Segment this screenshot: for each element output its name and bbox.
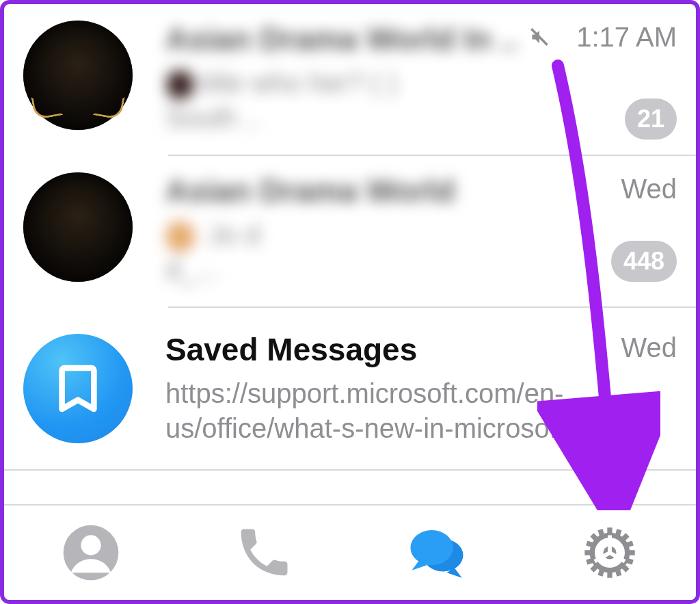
svg-line-22 [625, 543, 632, 545]
chat-body: Asian Drama World Wed Jo d d_... [165, 172, 677, 287]
saved-messages-avatar [23, 334, 133, 443]
svg-point-4 [410, 530, 453, 565]
svg-line-12 [622, 565, 628, 570]
chats-icon [407, 523, 467, 583]
svg-line-16 [617, 569, 619, 576]
person-icon [61, 523, 121, 583]
chat-time: Wed [621, 331, 677, 363]
chat-title: Saved Messages [165, 331, 417, 368]
chat-row-saved-messages[interactable]: Saved Messages Wed https://support.micro… [4, 308, 696, 469]
chat-preview: title who her? ( ) South .. [165, 66, 603, 135]
unread-badge: 448 [611, 241, 677, 282]
muted-icon [530, 27, 549, 47]
svg-line-18 [625, 560, 632, 562]
chat-time: Wed [621, 172, 677, 205]
svg-line-20 [600, 569, 602, 576]
chat-body: Saved Messages Wed https://support.micro… [165, 331, 677, 446]
tab-bar [4, 504, 696, 600]
svg-line-11 [591, 535, 597, 540]
svg-point-2 [81, 535, 100, 555]
avatar [23, 21, 133, 130]
chat-time: 1:17 AM [576, 21, 677, 53]
tab-calls[interactable] [231, 520, 297, 586]
bookmark-icon [51, 359, 105, 418]
svg-line-21 [587, 560, 593, 562]
svg-line-13 [591, 565, 597, 570]
chat-title: Asian Drama World [165, 172, 455, 209]
tab-contacts[interactable] [58, 520, 124, 586]
chat-body: Asian Drama World In .. 1:17 AM title wh… [165, 21, 677, 135]
tab-chats[interactable] [404, 520, 470, 586]
phone-icon [234, 523, 294, 583]
gear-icon [580, 523, 640, 583]
avatar [23, 172, 133, 282]
chat-list: Asian Drama World In .. 1:17 AM title wh… [4, 4, 696, 471]
chat-row[interactable]: Asian Drama World In .. 1:17 AM title wh… [4, 4, 696, 156]
tab-settings[interactable] [577, 520, 643, 586]
chat-preview: Jo d d_... [165, 218, 603, 287]
chat-title: Asian Drama World In .. [165, 21, 517, 57]
app-frame: Asian Drama World In .. 1:17 AM title wh… [0, 0, 700, 604]
svg-line-19 [617, 529, 619, 536]
chat-preview: https://support.microsoft.com/en-us/offi… [165, 376, 658, 446]
svg-line-14 [622, 535, 628, 540]
svg-line-15 [600, 529, 602, 536]
svg-line-17 [587, 543, 593, 545]
chat-row[interactable]: Asian Drama World Wed Jo d d_... 448 [4, 156, 696, 308]
unread-badge: 21 [625, 99, 677, 140]
